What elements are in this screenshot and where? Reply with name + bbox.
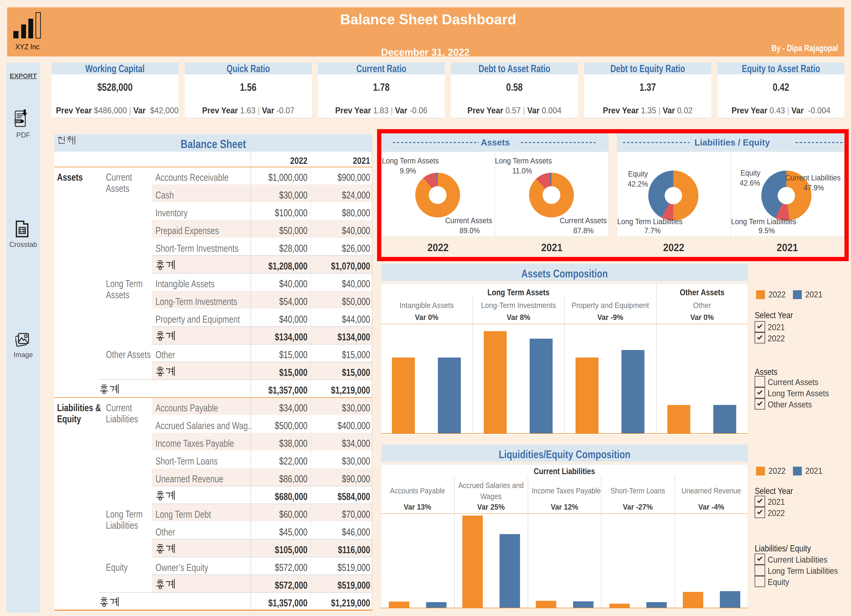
svg-text:PDF: PDF	[15, 120, 21, 123]
